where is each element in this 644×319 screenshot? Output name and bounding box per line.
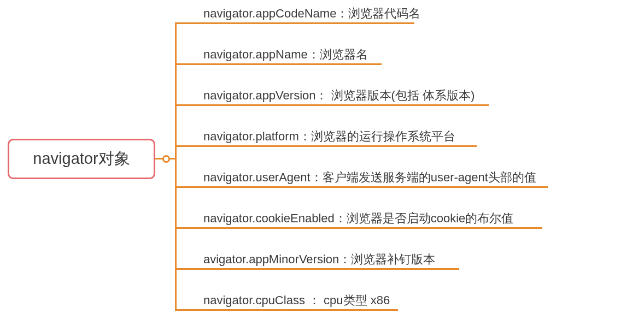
- branch-label: navigator.appVersion： 浏览器版本(包括 体系版本): [203, 87, 475, 104]
- root-node: navigator对象: [8, 139, 155, 179]
- branch-label: navigator.userAgent：客户端发送服务端的user-agent头…: [203, 169, 536, 186]
- branch-line: [175, 145, 477, 147]
- branch-label: navigator.appCodeName：浏览器代码名: [203, 5, 420, 22]
- branch-line: [175, 22, 414, 24]
- connector-line: [155, 158, 163, 160]
- trunk-line: [175, 22, 177, 310]
- branch-label: navigator.platform：浏览器的运行操作系统平台: [203, 128, 455, 145]
- branch-line: [175, 268, 459, 270]
- branch-line: [175, 227, 542, 229]
- branch-line: [175, 186, 548, 188]
- branch-label: navigator.cpuClass ： cpu类型 x86: [203, 292, 390, 309]
- branch-line: [175, 309, 398, 311]
- branch-line: [175, 104, 489, 106]
- connector-dot-icon: [162, 155, 170, 163]
- branch-label: navigator.appName：浏览器名: [203, 46, 368, 63]
- branch-line: [175, 63, 382, 65]
- branch-label: avigator.appMinorVersion：浏览器补钉版本: [203, 251, 435, 268]
- branch-label: navigator.cookieEnabled：浏览器是否启动cookie的布尔…: [203, 210, 513, 227]
- root-node-label: navigator对象: [33, 148, 130, 170]
